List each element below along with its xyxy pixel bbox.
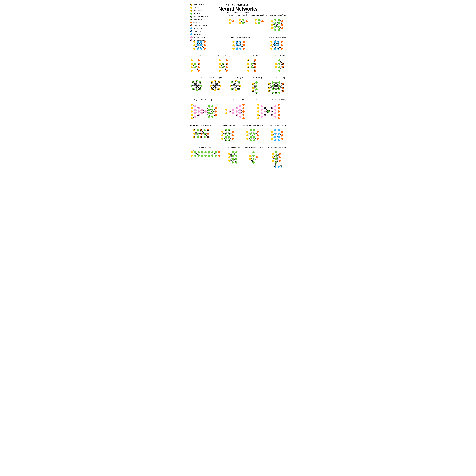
svg-point-12 [239,22,241,24]
svg-point-1029 [228,153,230,155]
svg-point-761 [257,103,259,106]
svg-point-252 [219,66,221,68]
legend-swatch [190,21,192,23]
legend-label: Probablistic Hidden Cell [193,16,208,17]
svg-point-661 [201,109,203,111]
legend-swatch [190,30,192,32]
network-lsm: Liquid State Machine (LSM) [220,125,237,144]
svg-point-1108 [279,153,281,155]
svg-point-705 [232,112,234,114]
svg-point-918 [256,131,259,133]
svg-point-253 [219,70,221,72]
network-diagram [246,57,258,74]
legend-swatch [190,4,192,6]
network-diagram [245,149,263,166]
network-row: Deep Residual Network (DRN)Kohonen Netwo… [190,147,286,168]
svg-point-250 [219,59,221,62]
svg-point-991 [198,151,200,153]
svg-point-67 [271,20,273,22]
svg-point-788 [278,103,280,106]
network-ae: Auto Encoder (AE) [190,55,202,74]
svg-point-162 [243,41,245,43]
legend-swatch [190,13,192,15]
network-mc: Markov Chain (MC) [190,77,203,92]
svg-point-651 [194,105,196,107]
svg-point-914 [253,129,255,131]
network-title: Deep Convolutional Network (DCN) [190,99,219,101]
svg-point-202 [281,44,283,46]
svg-point-193 [270,44,272,46]
legend-item: Recurrent Cell [190,27,208,29]
svg-point-118 [204,44,206,46]
network-diagram [238,17,249,26]
network-ff: Feed Forward (FF) [238,14,249,26]
svg-point-995 [204,151,206,153]
svg-point-561 [278,92,280,94]
svg-point-945 [274,133,276,135]
svg-point-988 [191,155,193,157]
svg-point-25 [258,22,260,24]
svg-point-1033 [232,155,234,157]
legend-item: Input Cell [190,7,208,9]
svg-point-109 [193,44,195,46]
network-title: Markov Chain (MC) [190,77,203,79]
svg-point-875 [221,138,223,140]
network-bm: Boltzmann Machine (BM) [228,77,243,92]
network-title: Perceptron (P) [228,14,236,16]
svg-point-671 [211,112,213,114]
legend-label: Match Input Output Cell [193,25,207,26]
network-title: Variational AE (VAE) [218,55,230,57]
svg-point-911 [250,133,252,135]
svg-point-704 [232,109,234,111]
svg-point-1107 [275,161,277,164]
network-diagram [269,39,286,52]
svg-point-913 [250,139,252,141]
legend-item: Probablistic Hidden Cell [190,16,208,17]
legend-item: Memory Cell [190,30,208,32]
network-dcn: Deep Convolutional Network (DCN) [190,99,219,121]
network-p: Perceptron (P) [228,14,236,26]
network-title: Deep Residual Network (DRN) [190,147,222,148]
svg-point-910 [250,129,252,131]
svg-point-948 [278,129,280,131]
network-diagram [228,17,236,26]
network-vae: Variational AE (VAE) [218,55,230,74]
svg-point-952 [281,131,283,133]
svg-point-996 [204,155,206,157]
legend-item: Spiking Hidden Cell [190,18,208,20]
svg-point-886 [232,138,234,140]
svg-point-669 [211,105,213,107]
svg-point-1103 [272,160,274,162]
network-gru: Gated Recurrent Unit (GRU) [269,36,286,52]
svg-point-1003 [218,151,220,153]
svg-point-1106 [275,158,277,160]
svg-point-949 [278,133,280,135]
network-diagram [268,149,286,168]
svg-point-251 [219,63,221,65]
svg-point-1055 [253,155,255,157]
legend-item: Kernel [190,36,208,38]
network-row: Deep Convolutional Network (DCN)Deconvol… [190,99,286,121]
legend-label: Recurrent Cell [193,28,202,29]
network-title: Echo State Network (ESN) [270,125,286,126]
svg-point-919 [256,134,259,136]
legend-label: Memory Cell [193,31,201,32]
svg-point-113 [197,48,199,50]
legend-label: Backfed Input Cell [193,4,204,5]
svg-point-668 [208,116,210,118]
svg-point-1030 [228,156,230,158]
network-row: Auto Encoder (AE)Variational AE (VAE)Den… [190,55,286,74]
svg-point-1109 [279,156,281,158]
svg-point-203 [281,48,283,50]
svg-point-76 [278,26,280,28]
network-dbn: Deep Belief Network (DBN) [268,77,286,96]
svg-point-666 [208,109,210,111]
network-title: Extreme Learning Machine (ELM) [243,125,263,126]
network-diagram [228,79,243,92]
svg-point-946 [274,136,276,138]
svg-point-672 [211,116,213,118]
network-esn: Echo State Network (ESN) [270,125,286,144]
svg-point-1031 [228,160,230,162]
legend-swatch [190,18,192,20]
network-drn: Deep Residual Network (DRN) [190,147,222,159]
